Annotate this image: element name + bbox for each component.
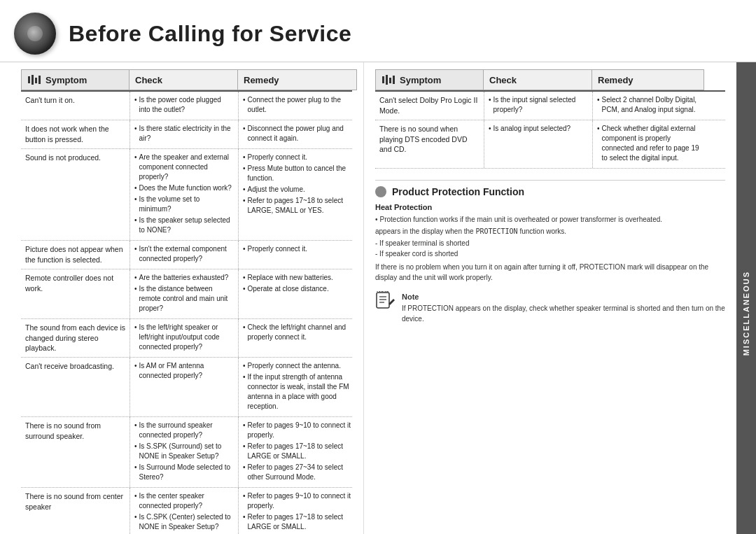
note-section: Note Note If PROTECTION appears on the d… — [375, 291, 725, 324]
right-panel: Symptom Check Remedy Can't select Dolby … — [364, 62, 756, 534]
left-table-header: Symptom Check Remedy — [21, 69, 352, 92]
left-table-body: Can't turn it on. Is the power code plug… — [21, 92, 352, 534]
table-row: There is no sound when playing DTS encod… — [375, 120, 725, 169]
symptom-cell: There is no sound when playing DTS encod… — [375, 120, 484, 168]
page-container: Before Calling for Service Symptom — [0, 0, 756, 534]
protection-title: Product Protection Function — [375, 186, 725, 197]
svg-rect-7 — [393, 76, 395, 84]
table-row: It does not work when the button is pres… — [21, 120, 352, 149]
heat-protection-title: Heat Protection — [375, 203, 725, 211]
symptom-cell: It does not work when the button is pres… — [21, 120, 130, 148]
right-symptom-header: Symptom — [375, 69, 484, 90]
header: Before Calling for Service — [0, 0, 756, 62]
symptom-cell: Can't select Dolby Pro Logic II Mode. — [375, 92, 484, 120]
right-check-header: Check — [484, 69, 592, 90]
left-check-header: Check — [130, 69, 238, 90]
table-row: Remote controller does not work. Are the… — [21, 269, 352, 319]
symptom-cell: There is no sound from surround speaker. — [21, 417, 130, 487]
table-row: Can't receive broadcasting. Is AM or FM … — [21, 358, 352, 417]
svg-rect-6 — [389, 78, 391, 83]
main-content: Symptom Check Remedy Can't turn it on. I… — [0, 62, 756, 534]
check-cell: Is the input signal selected properly? — [484, 92, 592, 120]
check-cell: Is there static electricity in the air? — [130, 120, 238, 148]
check-cell: Is the left/right speaker or left/right … — [130, 319, 238, 357]
symptom-icon — [27, 74, 41, 85]
note-text: Note If PROTECTION appears on the displa… — [402, 291, 725, 324]
left-remedy-header: Remedy — [238, 69, 357, 90]
table-row: The sound from each device is changed du… — [21, 319, 352, 358]
check-cell: Are the speaker and external component c… — [130, 149, 238, 240]
protection-text: Protection function works if the main un… — [375, 214, 725, 283]
table-row: Can't select Dolby Pro Logic II Mode. Is… — [375, 92, 725, 120]
check-cell: Is the surround speaker connected proper… — [130, 417, 238, 487]
right-remedy-header: Remedy — [592, 69, 704, 90]
svg-rect-3 — [38, 76, 41, 84]
remedy-cell: Select 2 channel Dolby Digital, PCM, and… — [592, 92, 704, 120]
logo — [14, 13, 56, 55]
symptom-cell: The sound from each device is changed du… — [21, 319, 130, 357]
remedy-cell: Refer to pages 9~10 to connect it proper… — [238, 488, 357, 534]
misc-label: MISCELLANEOUS — [742, 271, 750, 356]
svg-rect-5 — [386, 75, 388, 85]
symptom-cell: Remote controller does not work. — [21, 269, 130, 318]
note-icon: Note — [375, 291, 396, 324]
right-table-header: Symptom Check Remedy — [375, 69, 725, 92]
remedy-cell: Refer to pages 9~10 to connect it proper… — [238, 417, 357, 487]
svg-rect-8 — [377, 293, 389, 308]
table-row: There is no sound from center speaker Is… — [21, 488, 352, 534]
symptom-cell: There is no sound from center speaker — [21, 488, 130, 534]
remedy-cell: Disconnect the power plug and connect it… — [238, 120, 357, 148]
left-symptom-header: Symptom — [21, 69, 130, 90]
symptom-cell: Sound is not produced. — [21, 149, 130, 240]
remedy-cell: Check whether digital external component… — [592, 120, 704, 168]
right-symptom-icon — [382, 74, 396, 85]
check-cell: Is the center speaker connected properly… — [130, 488, 238, 534]
check-cell: Are the batteries exhausted? Is the dist… — [130, 269, 238, 318]
left-panel: Symptom Check Remedy Can't turn it on. I… — [0, 62, 364, 534]
table-row: Picture does not appear when the functio… — [21, 241, 352, 269]
svg-rect-0 — [28, 76, 30, 83]
remedy-cell: Check the left/right channel and properl… — [238, 319, 357, 357]
protection-dot-icon — [375, 186, 386, 197]
remedy-cell: Properly connect it. — [238, 241, 357, 269]
check-cell: Is AM or FM antenna connected properly? — [130, 358, 238, 416]
remedy-cell: Properly connect the antenna. If the inp… — [238, 358, 357, 416]
right-table-body: Can't select Dolby Pro Logic II Mode. Is… — [375, 92, 725, 169]
check-cell: Is the power code plugged into the outle… — [130, 92, 238, 120]
symptom-cell: Can't turn it on. — [21, 92, 130, 120]
remedy-cell: Properly connect it. Press Mute button t… — [238, 149, 357, 240]
table-row: There is no sound from surround speaker.… — [21, 417, 352, 488]
check-cell: Is analog input selected? — [484, 120, 592, 168]
symptom-cell: Can't receive broadcasting. — [21, 358, 130, 416]
misc-sidebar: MISCELLANEOUS — [736, 62, 756, 534]
svg-rect-2 — [35, 78, 37, 83]
svg-rect-4 — [382, 76, 384, 83]
page-title: Before Calling for Service — [69, 21, 351, 47]
symptom-cell: Picture does not appear when the functio… — [21, 241, 130, 269]
svg-rect-1 — [31, 75, 34, 85]
svg-text:Note: Note — [377, 291, 389, 293]
protection-section: Product Protection Function Heat Protect… — [375, 180, 725, 330]
table-row: Sound is not produced. Are the speaker a… — [21, 149, 352, 241]
remedy-cell: Replace with new batteries. Operate at c… — [238, 269, 357, 318]
table-row: Can't turn it on. Is the power code plug… — [21, 92, 352, 120]
check-cell: Isn't the external component connected p… — [130, 241, 238, 269]
remedy-cell: Connect the power plug to the outlet. — [238, 92, 357, 120]
